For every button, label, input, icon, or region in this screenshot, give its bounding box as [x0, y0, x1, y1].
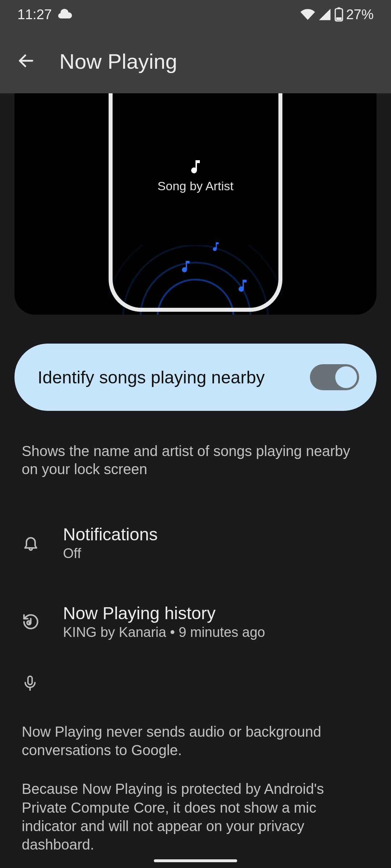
arrow-left-icon	[17, 51, 35, 71]
status-time: 11:27	[17, 7, 52, 22]
hero-illustration: Song by Artist	[14, 93, 377, 315]
app-bar: Now Playing	[0, 29, 391, 93]
svg-rect-9	[28, 676, 32, 685]
battery-percent: 27%	[346, 7, 374, 22]
history-title: Now Playing history	[63, 603, 265, 623]
music-note-icon	[235, 278, 251, 295]
mic-indicator-row	[14, 675, 377, 693]
privacy-paragraph-2: Because Now Playing is protected by Andr…	[22, 780, 369, 854]
music-note-icon	[178, 259, 193, 276]
identify-songs-label: Identify songs playing nearby	[38, 367, 265, 387]
history-value: KING by Kanaria • 9 minutes ago	[63, 625, 265, 640]
wifi-icon	[300, 7, 315, 22]
music-note-icon	[210, 241, 222, 254]
music-note-icon	[187, 158, 204, 177]
identify-songs-toggle-row[interactable]: Identify songs playing nearby	[14, 344, 377, 411]
notifications-value: Off	[63, 546, 157, 561]
privacy-paragraph-1: Now Playing never sends audio or backgro…	[22, 723, 369, 760]
status-bar: 11:27 27%	[0, 0, 391, 29]
cell-signal-icon	[318, 8, 332, 21]
svg-rect-1	[337, 7, 340, 9]
notifications-title: Notifications	[63, 524, 157, 544]
phone-mock-icon: Song by Artist	[109, 93, 282, 312]
history-row[interactable]: Now Playing history KING by Kanaria • 9 …	[14, 593, 377, 650]
page-title: Now Playing	[59, 49, 177, 73]
privacy-section: Now Playing never sends audio or backgro…	[14, 723, 377, 854]
history-icon	[22, 613, 40, 631]
svg-point-8	[29, 622, 31, 624]
mic-icon	[22, 686, 38, 693]
identify-songs-switch[interactable]	[310, 364, 359, 390]
switch-knob	[335, 366, 357, 388]
bell-icon	[22, 534, 40, 552]
notifications-row[interactable]: Notifications Off	[14, 514, 377, 571]
feature-description: Shows the name and artist of songs playi…	[14, 442, 377, 478]
settings-list: Notifications Off Now Playing history KI…	[14, 514, 377, 650]
battery-icon	[335, 7, 343, 22]
back-button[interactable]	[14, 50, 38, 73]
cloud-icon	[57, 7, 73, 22]
status-left: 11:27	[17, 7, 73, 22]
hero-song-label: Song by Artist	[157, 179, 234, 193]
status-right: 27%	[300, 7, 374, 22]
svg-rect-2	[336, 17, 342, 20]
gesture-nav-handle[interactable]	[154, 859, 237, 862]
